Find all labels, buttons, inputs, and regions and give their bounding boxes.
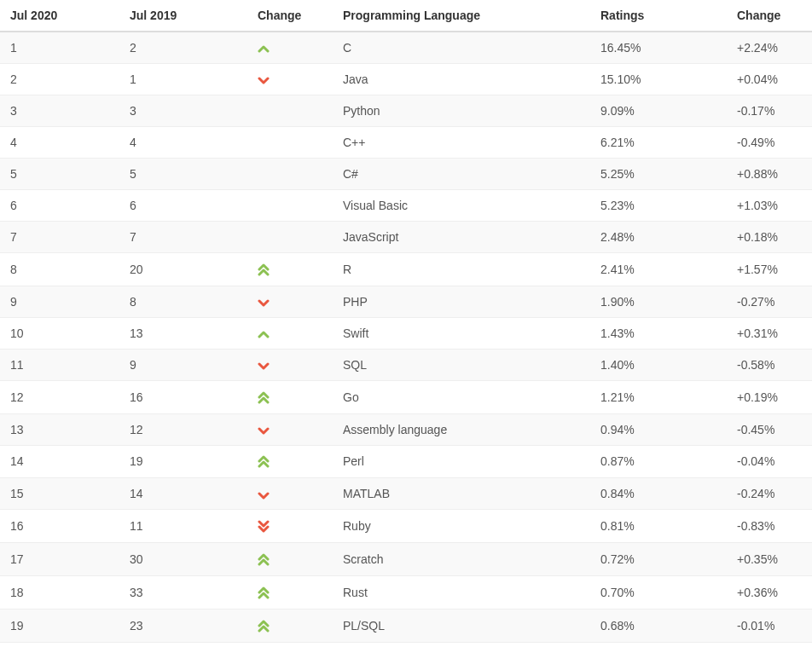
chevron-up-icon: [258, 329, 270, 339]
header-change-value: Change: [727, 0, 812, 32]
cell-jul2019: 3: [119, 95, 247, 127]
cell-language: SQL: [333, 349, 590, 380]
cell-ratings: 0.66%: [590, 642, 727, 647]
cell-jul2020: 12: [0, 380, 119, 413]
cell-change_val: -0.17%: [727, 95, 812, 127]
cell-jul2020: 18: [0, 575, 119, 609]
chevron-down-icon: [258, 361, 270, 371]
cell-jul2020: 15: [0, 478, 119, 510]
cell-change_val: -0.24%: [727, 478, 812, 510]
cell-jul2019: 11: [119, 510, 247, 543]
cell-language: JavaScript: [333, 222, 590, 253]
cell-language: Visual Basic: [333, 190, 590, 222]
cell-jul2020: 10: [0, 317, 119, 349]
cell-language: Perl: [333, 445, 590, 478]
table-row: 98PHP1.90%-0.27%: [0, 286, 812, 317]
cell-ratings: 0.72%: [590, 543, 727, 576]
double-chevron-up-icon: [258, 454, 270, 469]
cell-language: PHP: [333, 286, 590, 317]
cell-jul2020: 20: [0, 642, 119, 647]
cell-ratings: 5.23%: [590, 190, 727, 222]
tiobe-index-table: Jul 2020 Jul 2019 Change Programming Lan…: [0, 0, 812, 647]
header-change-icon: Change: [247, 0, 333, 32]
cell-language: C: [333, 32, 590, 64]
cell-ratings: 2.48%: [590, 222, 727, 253]
cell-change-icon: [247, 510, 333, 543]
table-row: 1923PL/SQL0.68%-0.01%: [0, 609, 812, 642]
cell-change-icon: [247, 642, 333, 647]
cell-language: Go: [333, 380, 590, 413]
cell-ratings: 9.09%: [590, 95, 727, 127]
cell-jul2019: 30: [119, 543, 247, 576]
cell-jul2020: 5: [0, 159, 119, 190]
table-row: 1312Assembly language0.94%-0.45%: [0, 413, 812, 445]
cell-change_val: +0.36%: [727, 575, 812, 609]
cell-jul2020: 11: [0, 349, 119, 380]
cell-jul2020: 16: [0, 510, 119, 543]
cell-change-icon: [247, 64, 333, 95]
cell-language: Scratch: [333, 543, 590, 576]
cell-jul2019: 2: [119, 32, 247, 64]
header-ratings: Ratings: [590, 0, 727, 32]
cell-jul2020: 2: [0, 64, 119, 95]
table-row: 77JavaScript2.48%+0.18%: [0, 222, 812, 253]
cell-change-icon: [247, 190, 333, 222]
cell-change_val: +0.18%: [727, 222, 812, 253]
table-row: 1216Go1.21%+0.19%: [0, 380, 812, 413]
cell-change-icon: [247, 445, 333, 478]
cell-language: Swift: [333, 317, 590, 349]
cell-change_val: +1.03%: [727, 190, 812, 222]
table-header-row: Jul 2020 Jul 2019 Change Programming Lan…: [0, 0, 812, 32]
cell-ratings: 0.87%: [590, 445, 727, 478]
cell-change_val: -0.35%: [727, 642, 812, 647]
cell-jul2019: 23: [119, 609, 247, 642]
cell-change-icon: [247, 575, 333, 609]
cell-change_val: -0.27%: [727, 286, 812, 317]
cell-change-icon: [247, 413, 333, 445]
cell-jul2020: 7: [0, 222, 119, 253]
cell-language: C#: [333, 159, 590, 190]
table-row: 44C++6.21%-0.49%: [0, 127, 812, 159]
cell-change-icon: [247, 349, 333, 380]
cell-change_val: -0.01%: [727, 609, 812, 642]
table-row: 1514MATLAB0.84%-0.24%: [0, 478, 812, 510]
cell-change-icon: [247, 380, 333, 413]
double-chevron-up-icon: [258, 586, 270, 600]
cell-jul2020: 9: [0, 286, 119, 317]
table-row: 2017Classic Visual Basic0.66%-0.35%: [0, 642, 812, 647]
cell-jul2020: 4: [0, 127, 119, 159]
cell-jul2020: 8: [0, 253, 119, 286]
double-chevron-up-icon: [258, 619, 270, 633]
cell-change-icon: [247, 609, 333, 642]
cell-ratings: 0.68%: [590, 609, 727, 642]
cell-ratings: 0.70%: [590, 575, 727, 609]
cell-jul2019: 9: [119, 349, 247, 380]
cell-change_val: +0.88%: [727, 159, 812, 190]
cell-language: Rust: [333, 575, 590, 609]
cell-language: Python: [333, 95, 590, 127]
cell-change-icon: [247, 127, 333, 159]
cell-ratings: 1.21%: [590, 380, 727, 413]
cell-language: Java: [333, 64, 590, 95]
cell-jul2020: 19: [0, 609, 119, 642]
cell-ratings: 0.84%: [590, 478, 727, 510]
cell-change_val: -0.04%: [727, 445, 812, 478]
cell-jul2019: 19: [119, 445, 247, 478]
cell-ratings: 15.10%: [590, 64, 727, 95]
cell-jul2019: 8: [119, 286, 247, 317]
cell-jul2019: 6: [119, 190, 247, 222]
cell-ratings: 1.40%: [590, 349, 727, 380]
double-chevron-down-icon: [258, 519, 270, 534]
cell-change_val: +0.31%: [727, 317, 812, 349]
double-chevron-up-icon: [258, 552, 270, 567]
cell-jul2019: 14: [119, 478, 247, 510]
cell-ratings: 1.90%: [590, 286, 727, 317]
cell-jul2019: 16: [119, 380, 247, 413]
cell-change_val: +0.35%: [727, 543, 812, 576]
double-chevron-up-icon: [258, 263, 270, 277]
chevron-down-icon: [258, 490, 270, 500]
table-row: 21Java15.10%+0.04%: [0, 64, 812, 95]
table-row: 1611Ruby0.81%-0.83%: [0, 510, 812, 543]
table-row: 12C16.45%+2.24%: [0, 32, 812, 64]
table-row: 820R2.41%+1.57%: [0, 253, 812, 286]
